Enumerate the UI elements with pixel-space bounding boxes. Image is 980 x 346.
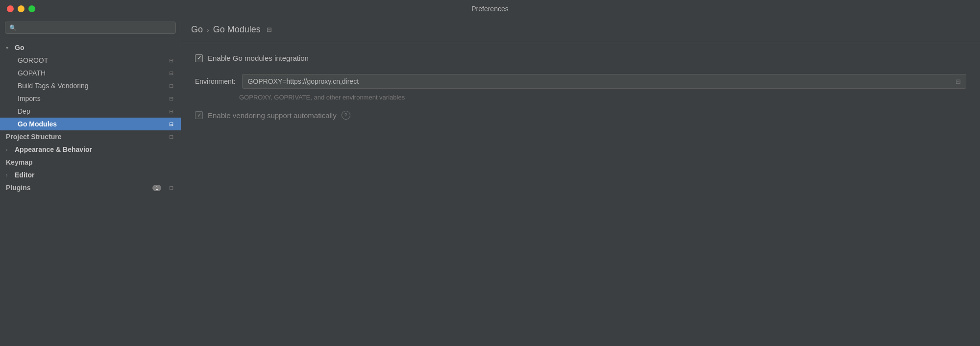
- goroot-label: GOROOT: [18, 56, 164, 64]
- maximize-button[interactable]: [28, 5, 35, 12]
- search-icon: 🔍: [9, 25, 17, 31]
- sidebar-item-imports[interactable]: Imports ⊟: [0, 92, 181, 105]
- main-content: 🔍 ▾ Go GOROOT ⊟ GOPATH ⊟: [0, 18, 980, 346]
- dep-icon: ⊟: [167, 108, 175, 115]
- minimize-button[interactable]: [18, 5, 24, 12]
- sidebar-item-keymap[interactable]: Keymap: [0, 156, 181, 169]
- sidebar-item-go-modules[interactable]: Go Modules ⊟: [0, 118, 181, 130]
- plugins-label: Plugins: [6, 184, 152, 192]
- content-body: Enable Go modules integration Environmen…: [181, 42, 980, 346]
- plugins-badge: 1: [152, 185, 161, 191]
- editor-chevron-icon: ›: [6, 173, 12, 178]
- sidebar-item-editor[interactable]: › Editor: [0, 169, 181, 181]
- window-title: Preferences: [471, 5, 508, 13]
- sidebar-items-list: ▾ Go GOROOT ⊟ GOPATH ⊟ Build Tags & Vend…: [0, 38, 181, 346]
- imports-icon: ⊟: [167, 95, 175, 102]
- titlebar: Preferences: [0, 0, 980, 18]
- search-container: 🔍: [0, 18, 181, 38]
- environment-value: GOPROXY=https://goproxy.cn,direct: [247, 77, 956, 85]
- sidebar-item-build-tags[interactable]: Build Tags & Vendoring ⊟: [0, 79, 181, 92]
- sidebar: 🔍 ▾ Go GOROOT ⊟ GOPATH ⊟: [0, 18, 181, 346]
- search-wrapper[interactable]: 🔍: [5, 22, 176, 34]
- dep-label: Dep: [18, 107, 164, 115]
- vendoring-help-icon[interactable]: ?: [342, 111, 350, 120]
- sidebar-item-plugins[interactable]: Plugins 1 ⊟: [0, 181, 181, 194]
- appearance-chevron-icon: ›: [6, 147, 12, 152]
- environment-hint: GOPROXY, GOPRIVATE, and other environmen…: [195, 94, 966, 101]
- sidebar-item-goroot[interactable]: GOROOT ⊟: [0, 54, 181, 67]
- keymap-label: Keymap: [6, 158, 175, 166]
- build-tags-icon: ⊟: [167, 82, 175, 89]
- breadcrumb-current: Go Modules: [213, 25, 261, 35]
- editor-label: Editor: [15, 171, 34, 179]
- preferences-window: Preferences 🔍 ▾ Go GOROOT: [0, 0, 980, 346]
- breadcrumb-parent: Go: [191, 25, 203, 35]
- content-area: Go › Go Modules ⊟ Enable Go modules inte…: [181, 18, 980, 346]
- imports-label: Imports: [18, 95, 164, 102]
- sidebar-section-go[interactable]: ▾ Go: [0, 41, 181, 54]
- project-structure-label: Project Structure: [6, 133, 164, 141]
- sidebar-item-dep[interactable]: Dep ⊟: [0, 105, 181, 118]
- traffic-lights: [7, 5, 35, 12]
- close-button[interactable]: [7, 5, 14, 12]
- appearance-behavior-label: Appearance & Behavior: [15, 146, 92, 153]
- go-modules-label: Go Modules: [18, 120, 164, 128]
- content-header: Go › Go Modules ⊟: [181, 18, 980, 42]
- goroot-icon: ⊟: [167, 57, 175, 64]
- vendoring-row: Enable vendoring support automatically ?: [195, 111, 966, 120]
- project-structure-icon: ⊟: [167, 133, 175, 140]
- go-chevron-icon: ▾: [6, 45, 12, 50]
- sidebar-item-project-structure[interactable]: Project Structure ⊟: [0, 130, 181, 143]
- gopath-label: GOPATH: [18, 69, 164, 77]
- enable-modules-row: Enable Go modules integration: [195, 54, 966, 62]
- search-input[interactable]: [20, 24, 172, 31]
- enable-modules-label: Enable Go modules integration: [208, 54, 309, 62]
- vendoring-label: Enable vendoring support automatically: [208, 111, 337, 120]
- breadcrumb-settings-icon: ⊟: [267, 26, 272, 33]
- enable-modules-checkbox[interactable]: [195, 54, 203, 62]
- environment-row: Environment: GOPROXY=https://goproxy.cn,…: [195, 74, 966, 89]
- environment-input-wrapper[interactable]: GOPROXY=https://goproxy.cn,direct ⊟: [242, 74, 966, 89]
- build-tags-label: Build Tags & Vendoring: [18, 82, 164, 90]
- plugins-icon: ⊟: [167, 184, 175, 191]
- go-modules-icon: ⊟: [167, 121, 175, 127]
- vendoring-checkbox[interactable]: [195, 111, 203, 119]
- environment-edit-icon[interactable]: ⊟: [956, 78, 961, 85]
- environment-label: Environment:: [195, 77, 235, 85]
- sidebar-item-appearance-behavior[interactable]: › Appearance & Behavior: [0, 143, 181, 156]
- go-section-label: Go: [15, 44, 24, 51]
- breadcrumb-separator-icon: ›: [207, 26, 209, 34]
- gopath-icon: ⊟: [167, 70, 175, 76]
- sidebar-item-gopath[interactable]: GOPATH ⊟: [0, 67, 181, 79]
